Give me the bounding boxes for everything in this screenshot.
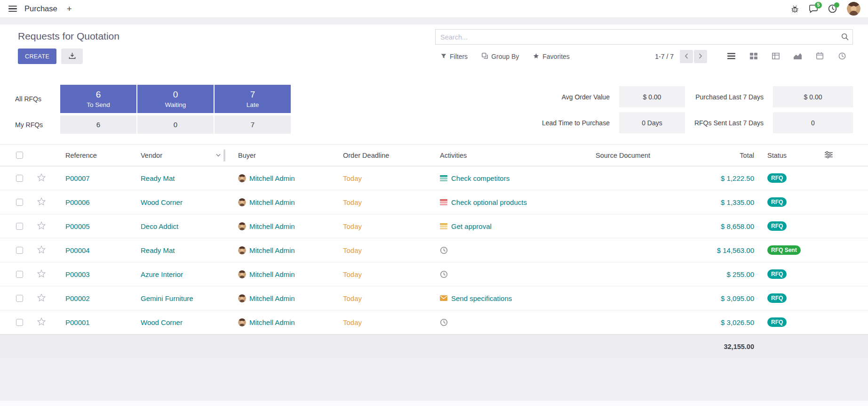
kanban-view-icon [750,53,757,61]
reference-link[interactable]: P00002 [65,294,90,302]
reference-link[interactable]: P00007 [65,174,90,182]
pager-previous-button[interactable] [680,50,693,63]
favorite-star-button[interactable] [36,244,47,256]
activity-label[interactable]: Check optional products [451,198,527,206]
reference-link[interactable]: P00001 [65,318,90,326]
favorite-star-button[interactable] [36,268,47,280]
row-checkbox[interactable] [16,223,23,230]
chevron-down-icon[interactable] [216,154,221,157]
messages-icon[interactable]: 5 [809,5,818,13]
activity-label[interactable]: Check competitors [451,174,510,182]
table-row[interactable]: P00006 Wood Corner Mitchell Admin Today … [0,190,868,214]
my-tile-to-send[interactable]: 6 [60,115,136,134]
activity-cell[interactable]: Send specifications [428,294,574,302]
my-tile-waiting[interactable]: 0 [137,115,214,134]
row-checkbox[interactable] [16,271,23,278]
row-checkbox[interactable] [16,175,23,182]
activities-clock-icon[interactable] [828,4,837,13]
column-header-activities[interactable]: Activities [428,152,574,159]
activity-cell[interactable]: Get approval [428,222,574,230]
row-checkbox[interactable] [16,247,23,254]
activity-cell[interactable] [428,246,574,254]
apps-menu-icon[interactable] [8,4,18,14]
table-row[interactable]: P00007 Ready Mat Mitchell Admin Today Ch… [0,166,868,190]
column-header-vendor[interactable]: Vendor [129,149,226,162]
table-row[interactable]: P00003 Azure Interior Mitchell Admin Tod… [0,262,868,286]
export-button[interactable] [61,49,83,64]
row-checkbox[interactable] [16,319,23,326]
activity-cell[interactable] [428,270,574,278]
column-header-status[interactable]: Status [754,152,815,159]
table-row[interactable]: P00002 Gemini Furniture Mitchell Admin T… [0,286,868,310]
vendor-link[interactable]: Gemini Furniture [141,294,193,302]
activity-cell[interactable]: Check competitors [428,174,574,182]
activity-view-icon [838,52,846,61]
activity-cell[interactable] [428,318,574,326]
view-kanban-button[interactable] [742,49,764,65]
view-activity-button[interactable] [831,49,853,65]
tile-to-send[interactable]: 6 To Send [60,85,136,113]
reference-link[interactable]: P00004 [65,246,90,254]
page-title: Requests for Quotation [18,31,119,42]
vendor-link[interactable]: Deco Addict [141,222,178,230]
tile-waiting[interactable]: 0 Waiting [137,85,214,113]
vendor-link[interactable]: Ready Mat [141,174,175,182]
group-by-button[interactable]: Group By [482,53,519,60]
table-row[interactable]: P00004 Ready Mat Mitchell Admin Today $ … [0,238,868,262]
vendor-link[interactable]: Wood Corner [141,198,183,206]
column-resize-handle[interactable] [223,149,225,162]
column-header-buyer[interactable]: Buyer [226,152,331,159]
column-header-total[interactable]: Total [694,152,754,159]
favorites-button[interactable]: Favorites [533,53,570,60]
reference-link[interactable]: P00005 [65,222,90,230]
favorite-star-button[interactable] [36,220,47,232]
user-avatar[interactable] [847,2,860,16]
buyer-link[interactable]: Mitchell Admin [249,294,295,302]
column-header-order-deadline[interactable]: Order Deadline [331,152,428,159]
search-input[interactable] [435,29,853,45]
buyer-link[interactable]: Mitchell Admin [249,318,295,326]
row-checkbox[interactable] [16,295,23,302]
activity-cell[interactable]: Check optional products [428,198,574,206]
filters-button[interactable]: Filters [441,53,468,60]
view-calendar-button[interactable] [809,49,831,65]
activity-label[interactable]: Send specifications [451,294,512,302]
row-checkbox[interactable] [16,199,23,206]
table-row[interactable]: P00005 Deco Addict Mitchell Admin Today … [0,214,868,238]
favorite-star-button[interactable] [36,292,47,304]
column-header-source-document[interactable]: Source Document [574,152,694,159]
favorite-star-button[interactable] [36,172,47,184]
reference-link[interactable]: P00003 [65,270,90,278]
tile-late[interactable]: 7 Late [215,85,291,113]
top-navbar: Purchase + 5 [0,0,868,18]
buyer-link[interactable]: Mitchell Admin [249,198,295,206]
search-icon[interactable] [841,33,849,42]
vendor-link[interactable]: Ready Mat [141,246,175,254]
new-tab-plus-icon[interactable]: + [67,4,72,13]
view-pivot-button[interactable] [764,49,787,65]
pager-next-button[interactable] [694,50,707,63]
buyer-avatar [238,174,246,182]
vendor-link[interactable]: Azure Interior [141,270,183,278]
favorite-star-button[interactable] [36,317,47,328]
buyer-link[interactable]: Mitchell Admin [249,222,295,230]
reference-link[interactable]: P00006 [65,198,90,206]
buyer-link[interactable]: Mitchell Admin [249,246,295,254]
buyer-link[interactable]: Mitchell Admin [249,174,295,182]
optional-columns-button[interactable] [815,151,842,160]
all-rfqs-label: All RFQs [15,85,59,113]
my-tile-late[interactable]: 7 [215,115,291,134]
total-amount: $ 1,222.50 [721,174,754,182]
column-header-reference[interactable]: Reference [54,152,129,159]
debug-bug-icon[interactable] [791,5,799,13]
favorite-star-button[interactable] [36,196,47,208]
view-graph-button[interactable] [787,49,809,65]
table-row[interactable]: P00001 Wood Corner Mitchell Admin Today … [0,310,868,334]
create-button[interactable]: CREATE [18,49,56,64]
activity-label[interactable]: Get approval [451,222,492,230]
buyer-link[interactable]: Mitchell Admin [249,270,295,278]
view-list-button[interactable] [720,49,742,65]
vendor-link[interactable]: Wood Corner [141,318,183,326]
select-all-checkbox[interactable] [16,152,23,159]
app-title[interactable]: Purchase [24,4,57,13]
